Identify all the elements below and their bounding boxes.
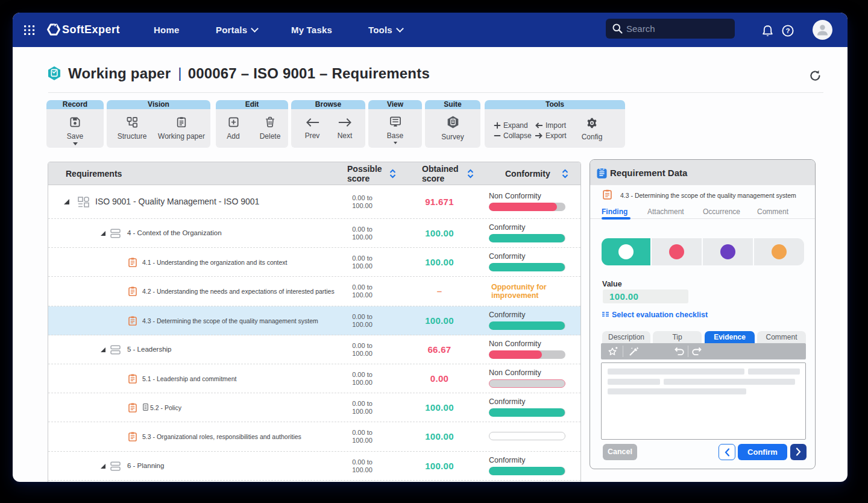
svg-text:?: ? — [785, 27, 790, 34]
